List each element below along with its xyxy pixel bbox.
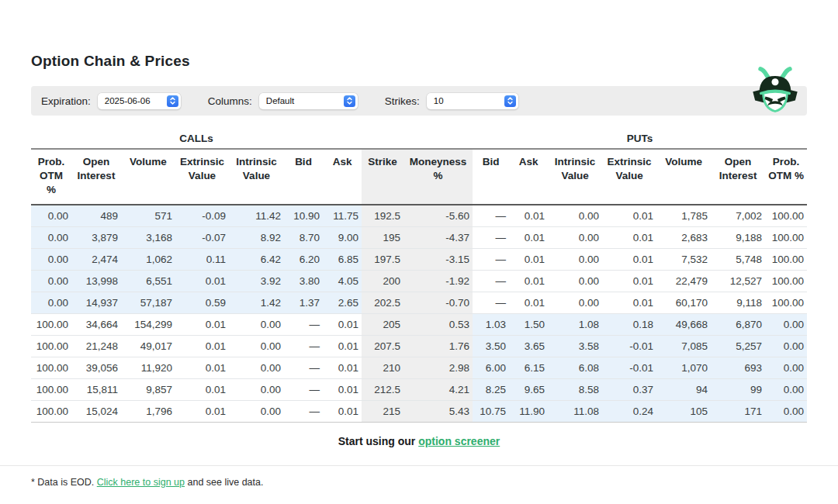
column-header: Open Interest [71, 149, 121, 205]
table-cell: 0.37 [602, 379, 656, 401]
table-cell: 3,879 [71, 227, 121, 249]
page-title: Option Chain & Prices [31, 53, 807, 70]
table-cell: 0.01 [175, 271, 229, 292]
strikes-select[interactable]: 10 [427, 93, 518, 109]
table-cell: 6,551 [121, 271, 175, 292]
table-cell: 0.59 [175, 292, 229, 314]
table-cell: 0.01 [323, 379, 362, 401]
table-cell: 2,474 [71, 249, 121, 271]
expiration-select[interactable]: 2025-06-06 [98, 93, 181, 109]
table-cell: -0.01 [602, 357, 656, 379]
table-cell: 6,870 [711, 314, 765, 336]
table-cell: 5.43 [403, 401, 473, 423]
table-cell: 0.00 [765, 401, 807, 423]
table-cell: -0.01 [602, 336, 656, 357]
table-cell: 195 [362, 227, 403, 249]
table-cell: 8.25 [473, 379, 509, 401]
expiration-select-value: 2025-06-06 [105, 96, 151, 105]
table-cell: 7,085 [656, 336, 711, 357]
table-cell: 49,668 [656, 314, 711, 336]
table-cell: 0.01 [175, 336, 229, 357]
table-cell: 2,683 [656, 227, 711, 249]
calls-group-header: CALLs [31, 130, 362, 149]
table-cell: -0.70 [403, 292, 473, 314]
table-cell: 192.5 [362, 205, 403, 227]
table-cell: 215 [362, 401, 403, 423]
table-cell: 0.01 [509, 271, 548, 292]
columns-label: Columns: [208, 95, 252, 107]
table-row: 0.00489571-0.0911.4210.9011.75192.5-5.60… [31, 205, 807, 227]
table-cell: 571 [121, 205, 175, 227]
table-cell: 39,056 [71, 357, 121, 379]
table-cell: 6.08 [548, 357, 602, 379]
footer-divider [0, 465, 838, 466]
table-cell: 15,024 [71, 401, 121, 423]
table-cell: 0.00 [229, 401, 284, 423]
table-cell: 0.00 [31, 249, 71, 271]
column-header: Bid [284, 149, 323, 205]
columns-select-value: Default [266, 96, 294, 105]
option-screener-link[interactable]: option screener [418, 435, 500, 447]
column-header: Extrinsic Value [602, 149, 656, 205]
table-cell: 0.01 [509, 249, 548, 271]
table-cell: 1,796 [121, 401, 175, 423]
table-cell: 5,257 [711, 336, 765, 357]
table-cell: 0.01 [602, 205, 656, 227]
table-cell: 4.21 [403, 379, 473, 401]
table-cell: 1.08 [548, 314, 602, 336]
table-cell: 0.00 [229, 336, 284, 357]
table-cell: 1.37 [284, 292, 323, 314]
table-cell: 11.08 [548, 401, 602, 423]
table-row: 100.0015,0241,7960.010.00—0.012155.4310.… [31, 401, 807, 423]
columns-filter: Columns: Default [208, 93, 358, 109]
table-cell: 0.00 [229, 357, 284, 379]
column-header: Strike [362, 149, 403, 205]
table-cell: 0.00 [31, 227, 71, 249]
table-row: 0.0013,9986,5510.013.923.804.05200-1.92—… [31, 271, 807, 292]
column-header: Intrinsic Value [548, 149, 602, 205]
table-cell: 22,479 [656, 271, 711, 292]
table-cell: 9,118 [711, 292, 765, 314]
table-cell: 9,188 [711, 227, 765, 249]
column-header: Prob. OTM % [765, 149, 807, 205]
table-cell: 0.01 [323, 336, 362, 357]
columns-select[interactable]: Default [259, 93, 358, 109]
table-cell: 0.01 [323, 314, 362, 336]
table-cell: 21,248 [71, 336, 121, 357]
table-cell: 0.00 [765, 357, 807, 379]
option-table-body: 0.00489571-0.0911.4210.9011.75192.5-5.60… [31, 205, 807, 423]
table-cell: 3.65 [509, 336, 548, 357]
table-cell: 171 [711, 401, 765, 423]
column-header: Moneyness % [403, 149, 473, 205]
column-header: Ask [323, 149, 362, 205]
sign-up-link[interactable]: Click here to sign up [97, 477, 185, 488]
select-stepper-icon [504, 95, 516, 107]
table-cell: 489 [71, 205, 121, 227]
column-header: Bid [473, 149, 509, 205]
table-row: 100.0021,24849,0170.010.00—0.01207.51.76… [31, 336, 807, 357]
table-cell: 0.00 [31, 271, 71, 292]
table-cell: 2.98 [403, 357, 473, 379]
table-cell: 4.05 [323, 271, 362, 292]
strikes-label: Strikes: [385, 95, 420, 107]
column-header: Volume [121, 149, 175, 205]
expiration-label: Expiration: [41, 95, 91, 107]
table-cell: 3,168 [121, 227, 175, 249]
table-cell: 0.00 [548, 249, 602, 271]
table-cell: 693 [711, 357, 765, 379]
table-cell: 0.24 [602, 401, 656, 423]
table-cell: 210 [362, 357, 403, 379]
table-cell: — [473, 205, 509, 227]
table-cell: -0.07 [175, 227, 229, 249]
column-header: Intrinsic Value [229, 149, 284, 205]
option-chain-table: CALLs PUTs Prob. OTM %Open InterestVolum… [31, 130, 807, 423]
table-cell: 0.00 [548, 227, 602, 249]
page: Option Chain & Prices Expiration: 2025-0… [0, 53, 838, 504]
table-cell: 1.76 [403, 336, 473, 357]
column-header: Ask [509, 149, 548, 205]
table-cell: — [284, 379, 323, 401]
table-cell: 34,664 [71, 314, 121, 336]
table-cell: — [473, 249, 509, 271]
table-cell: 5,748 [711, 249, 765, 271]
table-cell: 100.00 [765, 249, 807, 271]
